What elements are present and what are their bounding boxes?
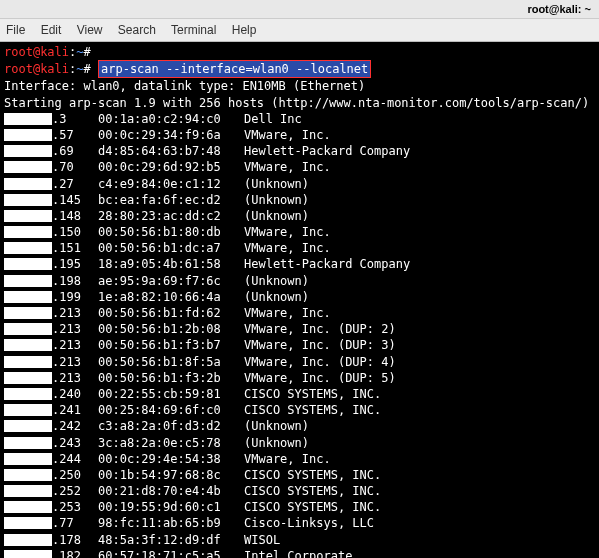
prompt-line-2: root@kali:~# arp-scan --interface=wlan0 …	[4, 60, 595, 78]
scan-vendor: VMware, Inc.	[244, 127, 331, 143]
ip-prefix-mask	[4, 485, 52, 497]
ip-prefix-mask	[4, 210, 52, 222]
scan-row: .69d4:85:64:63:b7:48Hewlett-Packard Comp…	[4, 143, 595, 159]
scan-row: .27c4:e9:84:0e:c1:12(Unknown)	[4, 176, 595, 192]
scan-ip: .145	[52, 192, 98, 208]
scan-mac: bc:ea:fa:6f:ec:d2	[98, 192, 244, 208]
scan-vendor: VMware, Inc. (DUP: 3)	[244, 337, 396, 353]
scan-row: .18260:57:18:71:c5:a5Intel Corporate	[4, 548, 595, 558]
scan-ip: .213	[52, 305, 98, 321]
scan-row: .17848:5a:3f:12:d9:dfWISOL	[4, 532, 595, 548]
ip-prefix-mask	[4, 469, 52, 481]
scan-row: .25000:1b:54:97:68:8cCISCO SYSTEMS, INC.	[4, 467, 595, 483]
scan-ip: .253	[52, 499, 98, 515]
scan-mac: 00:50:56:b1:fd:62	[98, 305, 244, 321]
scan-mac: 00:0c:29:4e:54:38	[98, 451, 244, 467]
scan-vendor: CISCO SYSTEMS, INC.	[244, 499, 381, 515]
scan-ip: .241	[52, 402, 98, 418]
prompt-host: kali	[40, 45, 69, 59]
scan-ip: .244	[52, 451, 98, 467]
prompt-user: root	[4, 45, 33, 59]
menu-file[interactable]: File	[6, 23, 25, 37]
ip-prefix-mask	[4, 404, 52, 416]
scan-results: .300:1a:a0:c2:94:c0Dell Inc.5700:0c:29:3…	[4, 111, 595, 558]
scan-mac: 00:0c:29:34:f9:6a	[98, 127, 244, 143]
scan-row: .24000:22:55:cb:59:81CISCO SYSTEMS, INC.	[4, 386, 595, 402]
terminal-output[interactable]: root@kali:~# root@kali:~# arp-scan --int…	[0, 42, 599, 558]
ip-prefix-mask	[4, 517, 52, 529]
scan-vendor: CISCO SYSTEMS, INC.	[244, 386, 381, 402]
menubar: File Edit View Search Terminal Help	[0, 19, 599, 42]
ip-prefix-mask	[4, 258, 52, 270]
ip-prefix-mask	[4, 550, 52, 558]
scan-row: .15100:50:56:b1:dc:a7VMware, Inc.	[4, 240, 595, 256]
scan-vendor: CISCO SYSTEMS, INC.	[244, 467, 381, 483]
scan-row: .25300:19:55:9d:60:c1CISCO SYSTEMS, INC.	[4, 499, 595, 515]
menu-search[interactable]: Search	[118, 23, 156, 37]
scan-ip: .213	[52, 321, 98, 337]
ip-prefix-mask	[4, 242, 52, 254]
ip-prefix-mask	[4, 307, 52, 319]
menu-view[interactable]: View	[77, 23, 103, 37]
scan-ip: .70	[52, 159, 98, 175]
scan-ip: .3	[52, 111, 98, 127]
scan-vendor: VMware, Inc.	[244, 451, 331, 467]
ip-prefix-mask	[4, 226, 52, 238]
scan-row: .7000:0c:29:6d:92:b5VMware, Inc.	[4, 159, 595, 175]
ip-prefix-mask	[4, 339, 52, 351]
scan-vendor: (Unknown)	[244, 208, 309, 224]
scan-row: .198ae:95:9a:69:f7:6c(Unknown)	[4, 273, 595, 289]
ip-prefix-mask	[4, 420, 52, 432]
scan-vendor: (Unknown)	[244, 289, 309, 305]
scan-vendor: CISCO SYSTEMS, INC.	[244, 483, 381, 499]
scan-row: .24400:0c:29:4e:54:38VMware, Inc.	[4, 451, 595, 467]
scan-row: .145bc:ea:fa:6f:ec:d2(Unknown)	[4, 192, 595, 208]
scan-mac: 00:25:84:69:6f:c0	[98, 402, 244, 418]
scan-vendor: VMware, Inc. (DUP: 4)	[244, 354, 396, 370]
scan-row: .21300:50:56:b1:f3:2bVMware, Inc. (DUP: …	[4, 370, 595, 386]
scan-row: .5700:0c:29:34:f9:6aVMware, Inc.	[4, 127, 595, 143]
scan-row: .21300:50:56:b1:8f:5aVMware, Inc. (DUP: …	[4, 354, 595, 370]
ip-prefix-mask	[4, 437, 52, 449]
scan-vendor: Dell Inc	[244, 111, 302, 127]
scan-ip: .198	[52, 273, 98, 289]
ip-prefix-mask	[4, 291, 52, 303]
scan-vendor: (Unknown)	[244, 273, 309, 289]
scan-row: .19518:a9:05:4b:61:58Hewlett-Packard Com…	[4, 256, 595, 272]
menu-help[interactable]: Help	[232, 23, 257, 37]
ip-prefix-mask	[4, 372, 52, 384]
scan-mac: 00:50:56:b1:f3:2b	[98, 370, 244, 386]
scan-vendor: (Unknown)	[244, 418, 309, 434]
starting-line: Starting arp-scan 1.9 with 256 hosts (ht…	[4, 95, 595, 111]
scan-vendor: CISCO SYSTEMS, INC.	[244, 402, 381, 418]
scan-vendor: VMware, Inc. (DUP: 5)	[244, 370, 396, 386]
scan-ip: .242	[52, 418, 98, 434]
scan-mac: 00:50:56:b1:dc:a7	[98, 240, 244, 256]
scan-row: .25200:21:d8:70:e4:4bCISCO SYSTEMS, INC.	[4, 483, 595, 499]
scan-vendor: VMware, Inc.	[244, 240, 331, 256]
menu-terminal[interactable]: Terminal	[171, 23, 216, 37]
scan-ip: .240	[52, 386, 98, 402]
interface-line: Interface: wlan0, datalink type: EN10MB …	[4, 78, 595, 94]
ip-prefix-mask	[4, 356, 52, 368]
scan-vendor: (Unknown)	[244, 192, 309, 208]
scan-ip: .195	[52, 256, 98, 272]
scan-mac: 3c:a8:2a:0e:c5:78	[98, 435, 244, 451]
scan-row: .14828:80:23:ac:dd:c2(Unknown)	[4, 208, 595, 224]
scan-mac: 60:57:18:71:c5:a5	[98, 548, 244, 558]
scan-mac: 00:1b:54:97:68:8c	[98, 467, 244, 483]
scan-mac: 00:0c:29:6d:92:b5	[98, 159, 244, 175]
ip-prefix-mask	[4, 501, 52, 513]
scan-ip: .150	[52, 224, 98, 240]
command-highlight: arp-scan --interface=wlan0 --localnet	[98, 60, 371, 78]
menu-edit[interactable]: Edit	[41, 23, 62, 37]
prompt-line-1: root@kali:~#	[4, 44, 595, 60]
scan-ip: .213	[52, 337, 98, 353]
ip-prefix-mask	[4, 178, 52, 190]
window-titlebar: root@kali: ~	[0, 0, 599, 19]
scan-mac: 00:22:55:cb:59:81	[98, 386, 244, 402]
scan-row: .300:1a:a0:c2:94:c0Dell Inc	[4, 111, 595, 127]
scan-mac: 00:21:d8:70:e4:4b	[98, 483, 244, 499]
scan-row: .21300:50:56:b1:2b:08VMware, Inc. (DUP: …	[4, 321, 595, 337]
scan-mac: 00:50:56:b1:8f:5a	[98, 354, 244, 370]
